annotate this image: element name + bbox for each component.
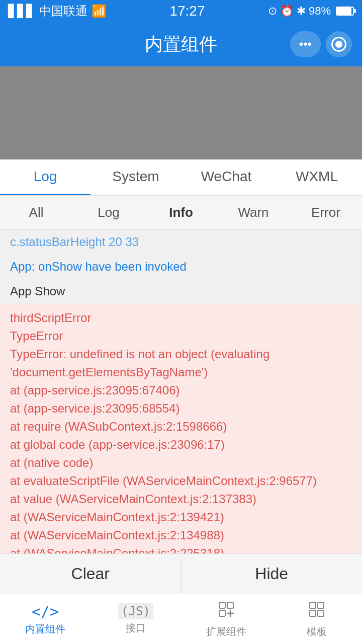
status-bar: ▋▋▋ 中国联通 📶 17:27 ⊙ ⏰ ✱ 98% <box>0 0 362 22</box>
lock-icon: ⊙ <box>268 5 277 18</box>
template-icon <box>308 600 326 623</box>
svg-rect-5 <box>310 610 316 616</box>
nav-label-extend: 扩展组件 <box>206 625 246 638</box>
code-icon: </> <box>32 603 59 620</box>
wifi-icon: 📶 <box>92 4 107 18</box>
status-left: ▋▋▋ 中国联通 📶 <box>8 3 107 19</box>
svg-rect-3 <box>310 602 316 608</box>
svg-rect-4 <box>318 602 324 608</box>
battery-icon <box>336 7 354 16</box>
record-icon <box>331 37 346 52</box>
battery-label: 98% <box>309 5 331 18</box>
main-tabs: Log System WeChat WXML <box>0 159 362 196</box>
svg-rect-0 <box>219 602 225 608</box>
status-right: ⊙ ⏰ ✱ 98% <box>268 5 354 18</box>
nav-label-template: 模板 <box>307 625 327 638</box>
tab-log[interactable]: Log <box>0 159 90 195</box>
subtab-log[interactable]: Log <box>72 196 145 229</box>
svg-rect-2 <box>219 610 225 616</box>
svg-rect-6 <box>318 610 324 616</box>
bluetooth-icon: ✱ <box>297 5 306 18</box>
subtab-warn[interactable]: Warn <box>217 196 290 229</box>
bottom-actions: Clear Hide <box>0 553 362 594</box>
js-icon: (JS) <box>118 603 153 619</box>
clear-button[interactable]: Clear <box>0 554 182 594</box>
signal-icon: ▋▋▋ <box>8 4 35 18</box>
tab-wechat[interactable]: WeChat <box>181 159 272 195</box>
nav-label-builtin: 内置组件 <box>25 622 65 636</box>
nav-item-template[interactable]: 模板 <box>272 594 362 644</box>
header-title: 内置组件 <box>145 32 217 57</box>
nav-item-extend[interactable]: 扩展组件 <box>181 594 272 644</box>
record-button[interactable] <box>326 31 352 57</box>
alarm-icon: ⏰ <box>280 5 294 18</box>
subtab-error[interactable]: Error <box>290 196 362 229</box>
sub-tabs: All Log Info Warn Error <box>0 196 362 230</box>
nav-item-api[interactable]: (JS) 接口 <box>90 594 181 644</box>
tab-system[interactable]: System <box>90 159 181 195</box>
subtab-info[interactable]: Info <box>145 196 217 229</box>
carrier-label: 中国联通 <box>39 3 87 19</box>
extend-icon <box>217 600 235 623</box>
log-entry-error: thirdScriptError TypeError TypeError: un… <box>0 304 362 553</box>
more-button[interactable]: ••• <box>290 31 321 57</box>
status-time: 17:27 <box>169 3 205 19</box>
bottom-nav: </> 内置组件 (JS) 接口 扩展组件 模板 <box>0 594 362 644</box>
log-entry: c.statusBarHeight 20 33 <box>0 230 362 255</box>
header: 内置组件 ••• <box>0 22 362 66</box>
log-entry: App: onShow have been invoked <box>0 255 362 279</box>
log-content: c.statusBarHeight 20 33 App: onShow have… <box>0 230 362 553</box>
nav-item-builtin[interactable]: </> 内置组件 <box>0 594 90 644</box>
tab-wxml[interactable]: WXML <box>272 159 362 195</box>
preview-area <box>0 66 362 159</box>
hide-button[interactable]: Hide <box>182 554 363 594</box>
subtab-all[interactable]: All <box>0 196 72 229</box>
svg-rect-1 <box>227 602 233 608</box>
nav-label-api: 接口 <box>126 621 146 635</box>
header-actions: ••• <box>290 31 352 57</box>
log-entry: App Show <box>0 279 362 304</box>
